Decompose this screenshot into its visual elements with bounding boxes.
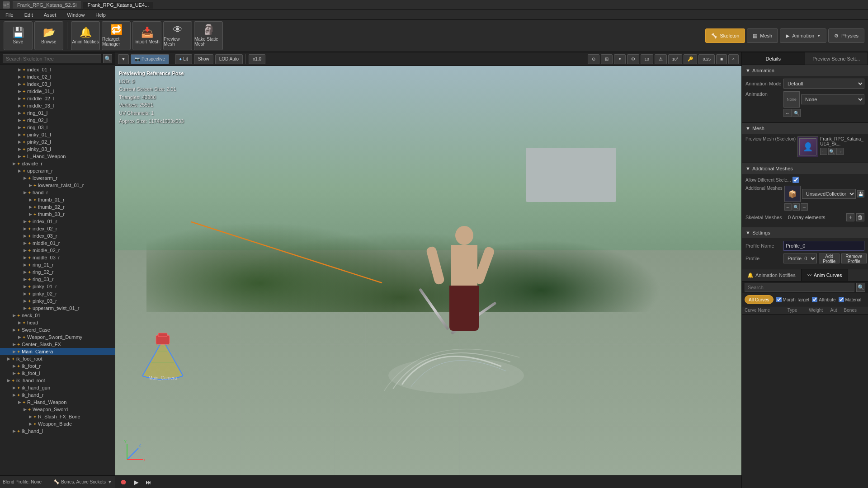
tree-item[interactable]: ▶✦upperarm_twist_01_r <box>0 305 115 312</box>
tree-item[interactable]: ▶✦lowerarm_r <box>0 174 115 182</box>
tree-item[interactable]: ▶✦Weapon_Sword <box>0 406 115 413</box>
viewport-extra1[interactable]: 10 <box>641 54 653 64</box>
tree-item[interactable]: ▶✦pinky_03_l <box>0 145 115 153</box>
settings-section-header[interactable]: ▼ Settings <box>742 227 868 238</box>
tree-item[interactable]: ▶✦upperarm_r <box>0 167 115 174</box>
additional-mesh-back-button[interactable]: ← <box>784 203 792 211</box>
lod-button[interactable]: LOD Auto <box>215 54 243 64</box>
browse-button[interactable]: 📂 Browse <box>34 21 63 50</box>
all-curves-filter[interactable]: All Curves <box>745 295 774 304</box>
tree-item[interactable]: ▶✦lowerarm_twist_01_r <box>0 182 115 189</box>
anim-search-input[interactable] <box>745 283 854 292</box>
search-button[interactable]: 🔍 <box>103 54 112 63</box>
menu-window[interactable]: Window <box>65 11 86 19</box>
animation-section-header[interactable]: ▼ Animation <box>742 65 868 76</box>
profile-select[interactable]: Profile_0 <box>783 253 817 263</box>
tree-item[interactable]: ▶✦middle_02_l <box>0 95 115 102</box>
viewport-canvas[interactable]: Main_Camera Z X Y Previewing Reference P… <box>115 66 741 475</box>
tree-item[interactable]: ▶✦middle_01_l <box>0 88 115 95</box>
tree-item[interactable]: ▶✦ik_hand_r <box>0 391 115 399</box>
viewport-dropdown[interactable]: ▼ <box>118 54 129 64</box>
retarget-manager-button[interactable]: 🔁 Retarget Manager <box>102 21 131 50</box>
tree-item[interactable]: ▶✦head <box>0 319 115 326</box>
additional-mesh-save-button[interactable]: 💾 <box>857 190 864 197</box>
tree-item[interactable]: ▶✦R_Hand_Weapon <box>0 399 115 406</box>
skeletal-meshes-add-button[interactable]: + <box>846 213 854 221</box>
skeleton-mode-button[interactable]: 🦴 Skeleton <box>705 28 745 43</box>
animation-mode-button[interactable]: ▶ Animation ▼ <box>780 28 826 43</box>
tree-item[interactable]: ▶✦index_03_r <box>0 232 115 239</box>
material-checkbox[interactable] <box>839 297 844 302</box>
save-button[interactable]: 💾 Save <box>4 21 33 50</box>
viewport-grid-button[interactable]: ⊞ <box>601 54 613 64</box>
attribute-checkbox[interactable] <box>812 297 817 302</box>
morph-target-checkbox[interactable] <box>776 297 782 302</box>
viewport-snap-button[interactable]: ✦ <box>614 54 626 64</box>
tree-item[interactable]: ▶✦ring_03_r <box>0 276 115 283</box>
tree-item[interactable]: ▶✦thumb_01_r <box>0 196 115 203</box>
viewport-camera-button[interactable]: ⊙ <box>588 54 599 64</box>
tree-item[interactable]: ▶✦Center_Slash_FX <box>0 341 115 348</box>
anim-search-button[interactable]: 🔍 <box>856 283 865 292</box>
preview-mesh-button[interactable]: 👁 Preview Mesh <box>163 21 192 50</box>
animation-mode-select[interactable]: Default <box>783 79 864 89</box>
tree-item[interactable]: ▶✦pinky_03_r <box>0 297 115 305</box>
tree-item[interactable]: ▶✦index_01_l <box>0 66 115 73</box>
viewport-extra2[interactable]: 10° <box>668 54 683 64</box>
title-tab-1[interactable]: Frank_RPG_Katana_S2.Si <box>13 1 81 9</box>
tree-item[interactable]: ▶✦ik_hand_gun <box>0 384 115 391</box>
bones-dropdown-icon[interactable]: ▼ <box>108 479 112 484</box>
tree-item[interactable]: ▶✦ik_foot_l <box>0 370 115 377</box>
play-button[interactable]: ▶ <box>132 478 141 487</box>
tree-item[interactable]: ▶✦ring_02_r <box>0 268 115 276</box>
tree-item[interactable]: ▶✦ring_03_l <box>0 124 115 131</box>
viewport-extra3[interactable]: 🔑 <box>684 54 697 64</box>
search-skeleton-input[interactable] <box>3 54 101 63</box>
tree-item[interactable]: ▶✦middle_03_r <box>0 254 115 261</box>
additional-mesh-search-button[interactable]: 🔍 <box>793 203 800 211</box>
tree-item[interactable]: ▶✦ring_02_l <box>0 117 115 124</box>
tree-item[interactable]: ▶✦ik_hand_l <box>0 427 115 435</box>
record-button[interactable]: ⏺ <box>119 478 128 487</box>
animation-select[interactable]: None <box>801 94 864 104</box>
mesh-mode-button[interactable]: ▦ Mesh <box>747 28 778 43</box>
make-static-mesh-button[interactable]: 🗿 Make Static Mesh <box>194 21 223 50</box>
perspective-button[interactable]: 📷 Perspective <box>131 54 169 64</box>
menu-file[interactable]: File <box>4 11 15 19</box>
tree-item[interactable]: ▶✦pinky_02_l <box>0 138 115 145</box>
mesh-section-header[interactable]: ▼ Mesh <box>742 123 868 134</box>
additional-mesh-forward-button[interactable]: → <box>801 203 808 211</box>
tree-item[interactable]: ▶✦hand_r <box>0 189 115 196</box>
tree-item[interactable]: ▶✦Main_Camera <box>0 348 115 355</box>
tree-item[interactable]: ▶✦Sword_Case <box>0 326 115 333</box>
tree-item[interactable]: ▶✦Weapon_Blade <box>0 420 115 427</box>
viewport-extra5[interactable]: ■ <box>716 54 727 64</box>
mesh-forward-button[interactable]: → <box>836 148 844 155</box>
mesh-search-button[interactable]: 🔍 <box>828 148 835 155</box>
viewport-settings-button[interactable]: ⚙ <box>627 54 639 64</box>
tree-item[interactable]: ▶✦ring_01_l <box>0 109 115 117</box>
show-button[interactable]: Show <box>194 54 213 64</box>
tree-item[interactable]: ▶✦middle_03_l <box>0 102 115 109</box>
tree-item[interactable]: ▶✦neck_01 <box>0 312 115 319</box>
tree-item[interactable]: ▶✦clavicle_r <box>0 160 115 167</box>
tree-item[interactable]: ▶✦Weapon_Sword_Dummy <box>0 333 115 341</box>
import-mesh-button[interactable]: 📥 Import Mesh <box>132 21 161 50</box>
tree-item[interactable]: ▶✦index_01_r <box>0 218 115 225</box>
tree-item[interactable]: ▶✦pinky_01_l <box>0 131 115 138</box>
mesh-back-button[interactable]: ← <box>820 148 827 155</box>
tree-item[interactable]: ▶✦index_03_l <box>0 80 115 88</box>
tree-item[interactable]: ▶✦ring_01_r <box>0 261 115 268</box>
viewport-extra4[interactable]: 0.25 <box>698 54 715 64</box>
tree-item[interactable]: ▶✦ik_foot_root <box>0 355 115 362</box>
tree-item[interactable]: ▶✦ik_foot_r <box>0 362 115 370</box>
preview-scene-tab[interactable]: Preview Scene Sett... <box>805 52 868 65</box>
add-profile-button[interactable]: Add Profile <box>819 253 840 263</box>
allow-different-checkbox[interactable] <box>793 177 799 183</box>
anim-curves-tab[interactable]: 〰 Anim Curves <box>802 269 848 281</box>
physics-mode-button[interactable]: ⚙ Physics <box>828 28 864 43</box>
tree-item[interactable]: ▶✦pinky_02_r <box>0 290 115 297</box>
tree-item[interactable]: ▶✦L_Hand_Weapon <box>0 153 115 160</box>
tree-item[interactable]: ▶✦thumb_02_r <box>0 203 115 211</box>
anim-notifies-button[interactable]: 🔔 Anim Notifies <box>71 21 100 50</box>
